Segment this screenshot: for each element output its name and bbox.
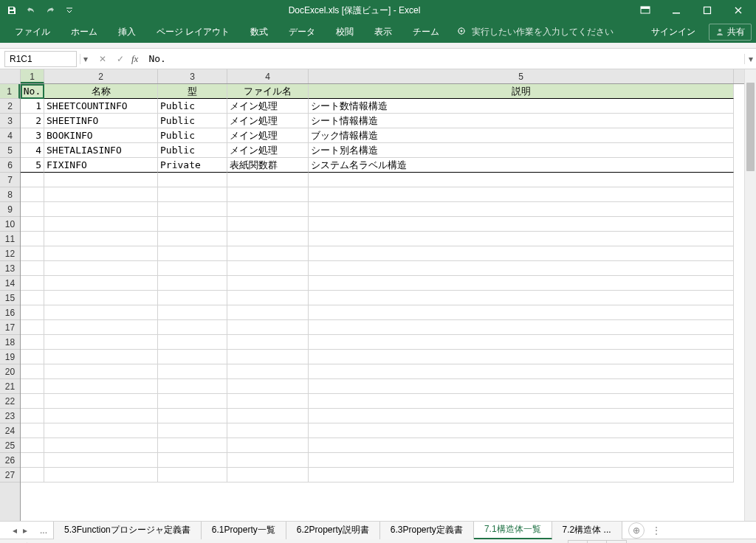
cell[interactable] — [309, 379, 734, 394]
cell[interactable] — [44, 187, 158, 202]
cell[interactable]: メイン処理 — [227, 114, 309, 128]
cell[interactable] — [44, 438, 158, 453]
tab-team[interactable]: チーム — [402, 21, 450, 43]
cell[interactable]: 5 — [21, 158, 44, 173]
cell[interactable] — [227, 409, 309, 423]
row-header[interactable]: 12 — [0, 246, 20, 261]
cell[interactable] — [44, 232, 158, 246]
cell[interactable] — [44, 217, 158, 232]
cell[interactable] — [309, 468, 734, 483]
cell[interactable]: メイン処理 — [227, 128, 309, 143]
tab-options-button[interactable]: ⋮ — [649, 525, 664, 536]
row-header[interactable]: 22 — [0, 394, 20, 409]
column-header[interactable]: 2 — [44, 69, 158, 83]
cell[interactable] — [227, 423, 309, 438]
page-layout-view-button[interactable] — [588, 541, 607, 544]
qat-customize-button[interactable] — [61, 1, 78, 19]
cell[interactable] — [227, 305, 309, 320]
cell[interactable] — [227, 202, 309, 217]
cell-grid[interactable]: No.名称型ファイル名説明1SHEETCOUNTINFOPublicメイン処理シ… — [21, 84, 744, 521]
tab-nav-prev[interactable]: ◂ — [10, 525, 19, 536]
cell[interactable] — [44, 364, 158, 379]
sheet-tab[interactable]: 6.1Property一覧 — [202, 522, 286, 539]
cell[interactable]: 表紙関数群 — [227, 158, 309, 173]
cell[interactable]: 名称 — [44, 84, 158, 99]
row-header[interactable]: 4 — [0, 128, 20, 143]
cell[interactable] — [309, 320, 734, 335]
row-header[interactable]: 13 — [0, 261, 20, 276]
row-header[interactable]: 19 — [0, 350, 20, 364]
column-header[interactable]: 5 — [309, 69, 734, 83]
cell[interactable]: BOOKINFO — [44, 128, 158, 143]
cell[interactable] — [158, 291, 227, 305]
sheet-tab[interactable]: 5.3Functionプロシージャ定義書 — [53, 522, 202, 539]
cell[interactable] — [21, 320, 44, 335]
cell[interactable] — [21, 409, 44, 423]
row-header[interactable]: 5 — [0, 143, 20, 158]
row-header[interactable]: 25 — [0, 438, 20, 453]
cell[interactable] — [21, 276, 44, 291]
cell[interactable] — [309, 261, 734, 276]
cell[interactable] — [21, 305, 44, 320]
sheet-tab[interactable]: 6.3Property定義書 — [380, 522, 474, 539]
cell[interactable] — [309, 423, 734, 438]
cell[interactable] — [309, 276, 734, 291]
cell[interactable] — [309, 364, 734, 379]
column-header[interactable]: 1 — [21, 69, 44, 83]
cell[interactable]: Public — [158, 143, 227, 158]
row-header[interactable]: 7 — [0, 173, 20, 187]
cell[interactable] — [227, 379, 309, 394]
cell[interactable]: SHEETCOUNTINFO — [44, 99, 158, 114]
tab-page-layout[interactable]: ページ レイアウト — [146, 21, 240, 43]
cell[interactable] — [21, 379, 44, 394]
cell[interactable] — [21, 187, 44, 202]
cell[interactable] — [158, 364, 227, 379]
cell[interactable] — [227, 173, 309, 187]
sheet-tab[interactable]: 7.1構造体一覧 — [474, 522, 552, 539]
column-header[interactable]: 3 — [158, 69, 227, 83]
row-header[interactable]: 20 — [0, 364, 20, 379]
cell[interactable] — [44, 409, 158, 423]
cell[interactable] — [158, 468, 227, 483]
sheet-tab[interactable]: 6.2Property説明書 — [286, 522, 380, 539]
cell[interactable]: SHETALIASINFO — [44, 143, 158, 158]
enter-formula-button[interactable]: ✓ — [114, 54, 127, 64]
cell[interactable] — [158, 187, 227, 202]
cell[interactable] — [227, 261, 309, 276]
cell[interactable]: Public — [158, 114, 227, 128]
cell[interactable]: Private — [158, 158, 227, 173]
cell[interactable]: シート数情報構造 — [309, 99, 734, 114]
cell[interactable] — [44, 453, 158, 468]
cell[interactable] — [158, 320, 227, 335]
row-header[interactable]: 10 — [0, 217, 20, 232]
cell[interactable] — [158, 438, 227, 453]
column-header[interactable]: 4 — [227, 69, 309, 83]
cell[interactable]: 4 — [21, 143, 44, 158]
cell[interactable] — [309, 453, 734, 468]
cell[interactable]: SHEETINFO — [44, 114, 158, 128]
normal-view-button[interactable] — [568, 541, 588, 544]
cell[interactable]: 2 — [21, 114, 44, 128]
cell[interactable] — [21, 335, 44, 350]
name-box[interactable]: R1C1 — [4, 51, 77, 67]
ribbon-display-button[interactable] — [630, 0, 660, 21]
cell[interactable] — [44, 261, 158, 276]
row-header[interactable]: 24 — [0, 423, 20, 438]
select-all-corner[interactable] — [0, 69, 21, 84]
cell[interactable]: No. — [21, 84, 44, 99]
cell[interactable]: メイン処理 — [227, 99, 309, 114]
cell[interactable] — [309, 291, 734, 305]
cell[interactable]: 3 — [21, 128, 44, 143]
cell[interactable]: Public — [158, 99, 227, 114]
tab-home[interactable]: ホーム — [61, 21, 108, 43]
cell[interactable] — [158, 305, 227, 320]
cell[interactable] — [21, 438, 44, 453]
cell[interactable]: シート情報構造 — [309, 114, 734, 128]
name-box-dropdown[interactable]: ▾ — [80, 54, 90, 64]
cell[interactable] — [158, 379, 227, 394]
cell[interactable]: ブック情報構造 — [309, 128, 734, 143]
cell[interactable] — [158, 232, 227, 246]
cell[interactable] — [44, 320, 158, 335]
cell[interactable] — [158, 202, 227, 217]
cell[interactable] — [44, 423, 158, 438]
